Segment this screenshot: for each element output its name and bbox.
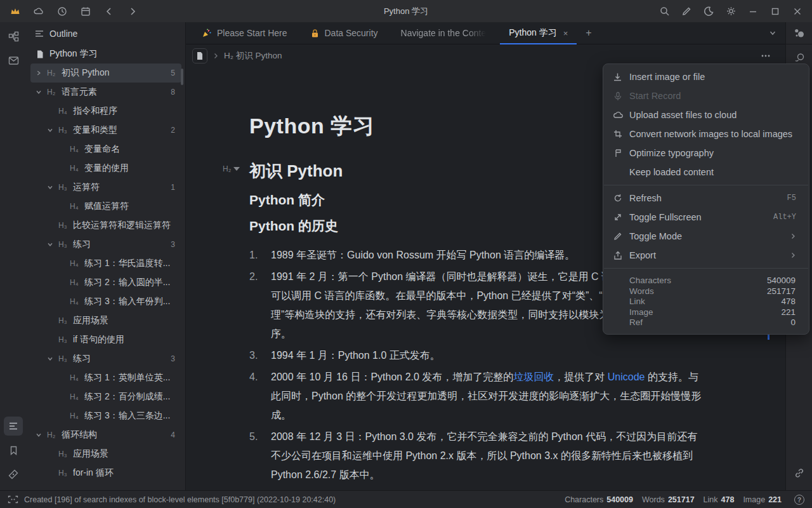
new-tab-button[interactable]: + xyxy=(579,22,598,44)
outline-panel: Outline Python 学习 H₂初识 Python5 H₂语言元素8 H… xyxy=(27,22,186,490)
graph-bubbles-icon[interactable] xyxy=(790,23,809,43)
outline-doc-title: Python 学习 xyxy=(49,48,97,60)
outline-item[interactable]: H₂循环结构4 xyxy=(30,425,181,444)
outline-item[interactable]: H₄变量命名 xyxy=(30,140,181,159)
tag-icon[interactable] xyxy=(4,465,23,484)
menu-item-upload-assets[interactable]: Upload asset files to cloud xyxy=(603,105,809,124)
lock-icon xyxy=(310,29,320,38)
party-popper-icon xyxy=(202,28,212,38)
maximize-icon[interactable] xyxy=(768,4,782,18)
more-options-icon[interactable] xyxy=(760,50,779,62)
outline-icon xyxy=(34,29,44,39)
statusbar: Created [196] of search indexes of block… xyxy=(0,490,812,508)
refresh-icon xyxy=(612,194,623,203)
outline-item[interactable]: H₄赋值运算符 xyxy=(30,197,181,216)
chevron-down-icon[interactable] xyxy=(47,127,58,133)
menu-item-insert-image-or-file[interactable]: Insert image or file xyxy=(603,67,809,86)
outline-item[interactable]: H₄指令和程序 xyxy=(30,102,181,121)
outline-scrollbar[interactable] xyxy=(181,69,183,85)
outline-item[interactable]: H₄练习 3：输入三条边... xyxy=(30,406,181,425)
tab-please-start-here[interactable]: Please Start Here xyxy=(190,22,299,44)
link-unicode[interactable]: Unicode xyxy=(608,371,645,382)
status-link: Link478 xyxy=(704,495,735,504)
theme-moon-icon[interactable] xyxy=(702,4,716,18)
crop-icon xyxy=(612,130,623,138)
tabbar: Please Start Here Data Security Navigate… xyxy=(186,22,785,44)
cloud-sync-icon[interactable] xyxy=(32,4,46,18)
menu-separator xyxy=(604,185,808,185)
link-garbage-collection[interactable]: 垃圾回收 xyxy=(513,371,554,382)
bookmark-icon[interactable] xyxy=(4,441,23,460)
outline-item[interactable]: H₂初识 Python5 xyxy=(30,64,181,83)
chevron-right-icon[interactable] xyxy=(36,70,47,76)
outline-doc-row[interactable]: Python 学习 xyxy=(27,44,185,64)
help-icon[interactable]: ? xyxy=(794,495,804,505)
outline-header: Outline xyxy=(27,22,185,44)
outline-item[interactable]: H₃for-in 循环 xyxy=(30,464,181,483)
tab-list-chevron-icon[interactable] xyxy=(769,22,785,44)
status-message: Created [196] of search indexes of block… xyxy=(24,495,336,504)
outline-item[interactable]: H₄变量的使用 xyxy=(30,159,181,178)
menu-item-toggle-fullscreen[interactable]: Toggle Fullscreen Alt+Y xyxy=(603,208,809,227)
tab-python-study[interactable]: Python 学习 × xyxy=(497,22,579,44)
settings-gear-icon[interactable] xyxy=(724,4,738,18)
document-icon xyxy=(36,50,44,59)
history-icon[interactable] xyxy=(55,4,69,18)
backlink-icon[interactable] xyxy=(790,464,809,483)
chevron-down-icon[interactable] xyxy=(47,241,58,248)
document-icon xyxy=(196,51,204,60)
tab-data-security[interactable]: Data Security xyxy=(299,22,390,44)
submenu-chevron-icon xyxy=(790,233,796,239)
outline-item[interactable]: H₃练习3 xyxy=(30,349,181,368)
chevron-down-icon[interactable] xyxy=(36,432,47,438)
active-tab-indicator xyxy=(500,43,577,44)
menu-item-toggle-mode[interactable]: Toggle Mode xyxy=(603,227,809,246)
outline-item[interactable]: H₄练习 2：输入圆的半... xyxy=(30,273,181,292)
back-icon[interactable] xyxy=(102,4,116,18)
status-words: Words251717 xyxy=(642,495,695,504)
menu-item-refresh[interactable]: Refresh F5 xyxy=(603,189,809,208)
outline-item[interactable]: H₃比较运算符和逻辑运算符 xyxy=(30,216,181,235)
outline-item[interactable]: H₃应用场景 xyxy=(30,444,181,464)
menu-item-keep-loaded-content[interactable]: Keep loaded content xyxy=(603,163,809,182)
tab-close-icon[interactable]: × xyxy=(563,29,568,38)
outline-item[interactable]: H₄练习 1：华氏温度转... xyxy=(30,254,181,273)
calendar-icon[interactable] xyxy=(79,4,93,18)
breadcrumb-doc-button[interactable] xyxy=(192,48,207,64)
typography-icon xyxy=(612,149,623,157)
outline-item[interactable]: H₂语言元素8 xyxy=(30,83,181,102)
list-item: 4. 2000 年 10 月 16 日：Python 2.0 发布，增加了完整的… xyxy=(249,368,785,425)
outline-item[interactable]: H₄练习 1：英制单位英... xyxy=(30,368,181,387)
left-dock xyxy=(0,22,27,490)
menu-item-convert-network-images[interactable]: Convert network images to local images xyxy=(603,124,809,144)
close-icon[interactable] xyxy=(790,4,804,18)
outline-item[interactable]: H₄练习 2：百分制成绩... xyxy=(30,387,181,406)
chevron-down-icon[interactable] xyxy=(47,184,58,190)
search-icon[interactable] xyxy=(657,4,671,18)
collapse-triangle-icon xyxy=(233,167,240,171)
outline-item[interactable]: H₄练习 3：输入年份判... xyxy=(30,292,181,311)
minimize-icon[interactable] xyxy=(746,4,760,18)
outline-item[interactable]: H₃运算符1 xyxy=(30,178,181,197)
inbox-icon[interactable] xyxy=(4,51,23,70)
outline-panel-icon[interactable] xyxy=(4,417,23,436)
forward-icon[interactable] xyxy=(126,4,140,18)
outline-item[interactable]: H₃变量和类型2 xyxy=(30,121,181,140)
edit-icon[interactable] xyxy=(679,4,693,18)
chevron-down-icon[interactable] xyxy=(47,356,58,362)
breadcrumb-item[interactable]: H₂ 初识 Python xyxy=(224,50,282,62)
chevron-down-icon[interactable] xyxy=(36,89,47,95)
menu-item-start-record[interactable]: Start Record xyxy=(603,86,809,105)
crown-icon[interactable] xyxy=(8,4,22,18)
menu-item-export[interactable]: Export xyxy=(603,246,809,265)
file-tree-icon[interactable] xyxy=(4,27,23,46)
outline-item[interactable]: H₃练习3 xyxy=(30,235,181,254)
menu-item-optimize-typography[interactable]: Optimize typography xyxy=(603,144,809,163)
outline-item[interactable]: H₃应用场景 xyxy=(30,311,181,330)
list-item: 5. 2008 年 12 月 3 日：Python 3.0 发布，它并不完全兼容… xyxy=(249,427,785,485)
tab-navigate-in-the-content[interactable]: Navigate in the Conte xyxy=(390,22,498,44)
status-image: Image221 xyxy=(743,495,782,504)
outline-item[interactable]: H₃if 语句的使用 xyxy=(30,330,181,349)
heading-gutter[interactable]: H₂ xyxy=(223,164,240,173)
export-icon xyxy=(612,251,623,260)
